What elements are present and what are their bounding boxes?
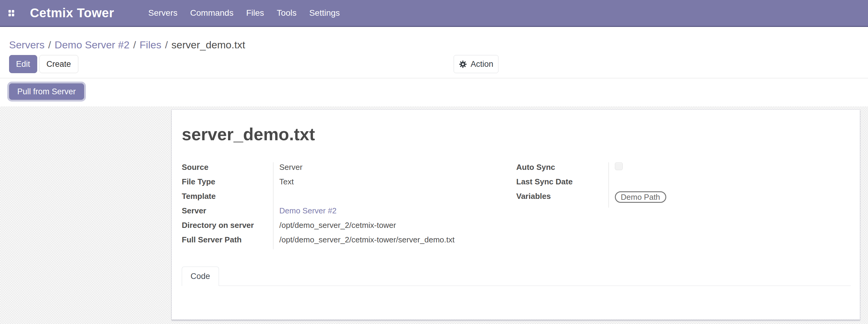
breadcrumb: Servers/Demo Server #2/Files/server_demo…	[9, 39, 245, 51]
field-label: Directory on server	[182, 220, 273, 235]
apps-icon-square	[12, 13, 14, 16]
form-background: server_demo.txt SourceServerFile TypeTex…	[0, 106, 868, 324]
field-value	[273, 191, 502, 206]
menu-item-settings[interactable]: Settings	[303, 8, 346, 18]
field-group-right: Auto SyncLast Sync DateVariablesDemo Pat…	[516, 162, 850, 208]
field-label: Auto Sync	[516, 162, 609, 177]
menu-item-commands[interactable]: Commands	[184, 8, 240, 18]
apps-icon-square	[8, 13, 11, 16]
field-label: Full Server Path	[182, 235, 273, 249]
top-navbar: Cetmix Tower ServersCommandsFilesToolsSe…	[0, 0, 868, 27]
field-row: SourceServer	[182, 162, 502, 177]
field-row: File TypeText	[182, 177, 502, 191]
action-button-label: Action	[471, 60, 493, 69]
pull-from-server-button[interactable]: Pull from Server	[9, 84, 84, 100]
menu-item-files[interactable]: Files	[240, 8, 270, 18]
field-value: Server	[273, 162, 502, 177]
field-label: Server	[182, 206, 273, 220]
apps-icon-square	[8, 10, 11, 13]
edit-button[interactable]: Edit	[9, 55, 37, 73]
field-label: Source	[182, 162, 273, 177]
field-row: Full Server Path/opt/demo_server_2/cetmi…	[182, 235, 502, 249]
breadcrumb-link[interactable]: Files	[140, 39, 161, 51]
breadcrumb-current: server_demo.txt	[172, 39, 245, 51]
record-title: server_demo.txt	[182, 124, 315, 144]
variable-tag: Demo Path	[615, 191, 666, 203]
control-panel: Servers/Demo Server #2/Files/server_demo…	[0, 28, 868, 106]
field-row: Template	[182, 191, 502, 206]
field-value: Text	[273, 177, 502, 191]
menu-item-servers[interactable]: Servers	[142, 8, 184, 18]
field-label: Template	[182, 191, 273, 206]
apps-menu-icon[interactable]	[8, 10, 14, 16]
button-group: Edit Create	[9, 55, 78, 73]
main-menu: ServersCommandsFilesToolsSettings	[142, 0, 346, 26]
field-value: /opt/demo_server_2/cetmix-tower/server_d…	[273, 235, 502, 249]
apps-icon-square	[12, 10, 14, 13]
auto-sync-checkbox[interactable]	[615, 162, 623, 170]
field-value: Demo Path	[609, 191, 850, 208]
breadcrumb-separator: /	[161, 39, 171, 51]
action-menu-button[interactable]: Action	[454, 55, 498, 73]
app-brand[interactable]: Cetmix Tower	[30, 6, 114, 20]
field-label: File Type	[182, 177, 273, 191]
create-button[interactable]: Create	[39, 55, 78, 73]
field-group-left: SourceServerFile TypeTextTemplateServerD…	[182, 162, 502, 249]
field-value-link[interactable]: Demo Server #2	[279, 206, 337, 215]
field-value: /opt/demo_server_2/cetmix-tower	[273, 220, 502, 235]
record-card: server_demo.txt SourceServerFile TypeTex…	[172, 109, 860, 320]
breadcrumb-link[interactable]: Servers	[9, 39, 44, 51]
field-value	[609, 177, 850, 191]
menu-item-tools[interactable]: Tools	[270, 8, 303, 18]
field-value	[609, 162, 850, 177]
field-row: Last Sync Date	[516, 177, 850, 191]
breadcrumb-separator: /	[129, 39, 140, 51]
field-value: Demo Server #2	[273, 206, 502, 220]
gear-icon	[459, 60, 467, 68]
field-label: Variables	[516, 191, 609, 208]
field-row: Auto Sync	[516, 162, 850, 177]
tab-code[interactable]: Code	[182, 266, 219, 286]
field-label: Last Sync Date	[516, 177, 609, 191]
breadcrumb-separator: /	[44, 39, 55, 51]
field-row: Directory on server/opt/demo_server_2/ce…	[182, 220, 502, 235]
field-row: ServerDemo Server #2	[182, 206, 502, 220]
field-row: VariablesDemo Path	[516, 191, 850, 208]
breadcrumb-link[interactable]: Demo Server #2	[55, 39, 130, 51]
notebook-tabs: Code	[182, 266, 851, 286]
